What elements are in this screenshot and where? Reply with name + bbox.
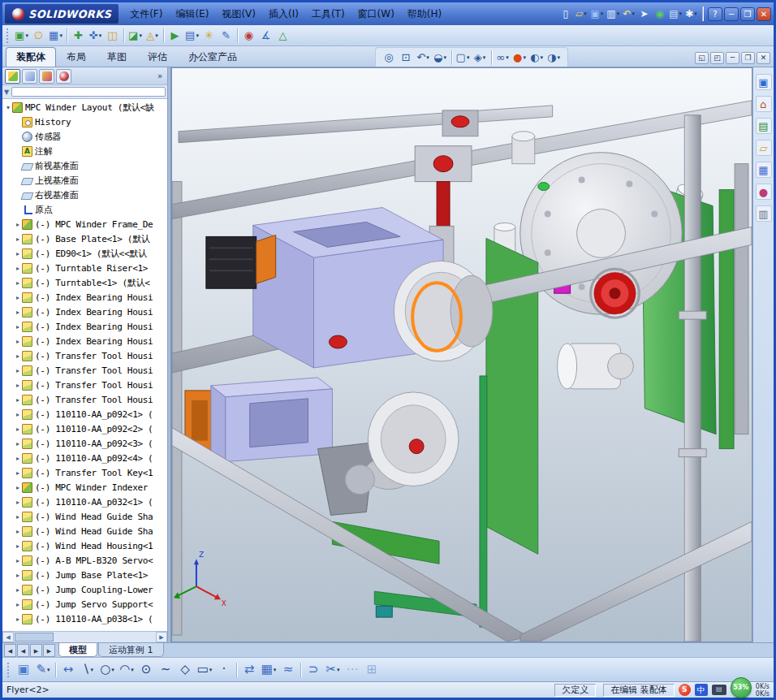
graphics-area[interactable]: Z X Y [171,67,752,642]
tree-item[interactable]: ▸(-) Jump Base Plate<1> [2,568,167,582]
expand-arrow-icon[interactable]: ▸ [14,382,22,389]
polygon-icon[interactable]: ◇ [175,660,195,680]
dropdown-caret[interactable]: ▾ [139,32,142,39]
toolbar-grip[interactable] [7,663,11,677]
rectangle-icon[interactable]: ▭▾ [195,660,214,680]
select-cursor-icon[interactable]: ➤ [636,6,652,22]
filter-funnel-icon[interactable]: ▼ [4,89,9,96]
dropdown-caret[interactable]: ▾ [557,54,560,61]
tab-办公室产品[interactable]: 办公室产品 [178,47,248,67]
tree-horizontal-scrollbar[interactable]: ◀ ▶ [2,631,167,642]
tree-item[interactable]: History [2,115,167,129]
expand-arrow-icon[interactable]: ▸ [14,294,22,301]
dropdown-caret[interactable]: ▾ [584,11,587,17]
menu-item[interactable]: 帮助(H) [401,6,448,23]
view-palette-icon[interactable]: ▦ [756,162,772,178]
menu-item[interactable]: 编辑(E) [169,6,215,23]
tab-评估[interactable]: 评估 [137,47,178,67]
dropdown-caret[interactable]: ▾ [617,11,620,17]
expand-arrow-icon[interactable]: ▸ [14,338,22,345]
appearances-icon[interactable]: ● [756,184,772,200]
expand-arrow-icon[interactable]: ▸ [14,426,22,433]
tree-item[interactable]: ▸(-) Index Bearing Housi [2,305,167,319]
tree-item[interactable]: 右视基准面 [2,188,167,202]
new-document-icon[interactable]: ▯ [558,6,573,22]
tree-item[interactable]: 上视基准面 [2,173,167,188]
expand-arrow-icon[interactable]: ▾ [4,104,12,111]
expand-arrow-icon[interactable]: ▸ [14,528,22,535]
assembly-features-icon[interactable]: ◪▾ [127,27,144,44]
reference-geometry-icon[interactable]: ◬▾ [144,27,161,44]
dropdown-caret[interactable]: ▾ [131,667,134,673]
tree-item[interactable]: ▸(-) Transfer Tool Key<1 [2,465,167,480]
dropdown-caret[interactable]: ▾ [337,667,340,673]
zoom-area-icon[interactable]: ⊡ [398,49,415,66]
tree-item[interactable]: ▸(-) Wind Head Housing<1 [2,538,167,553]
expand-arrow-icon[interactable]: ▸ [14,572,22,579]
expand-arrow-icon[interactable]: ▸ [14,542,22,550]
mirror-entities-icon[interactable]: ⇄ [239,660,259,680]
display-style-icon[interactable]: ◈▾ [472,49,489,66]
previous-window-button[interactable]: ◱ [695,52,709,64]
tab-草图[interactable]: 草图 [97,47,137,67]
show-hidden-components-icon[interactable]: ◫ [104,27,121,44]
tree-item[interactable]: 原点 [2,202,167,217]
prev-tab-button[interactable]: ◀ [17,644,29,657]
tree-item[interactable]: ▸(-) 110110-AA_p092<1> ( [2,407,167,421]
sogou-ime-icon[interactable]: S [679,684,691,696]
expand-arrow-icon[interactable]: ▸ [14,250,22,257]
expand-arrow-icon[interactable]: ▸ [14,279,22,287]
restore-doc-button[interactable]: ❐ [741,52,755,64]
arc-icon[interactable]: ◠▾ [117,660,136,680]
next-tab-button[interactable]: ▶ [30,644,42,657]
panel-overflow-button[interactable]: » [155,71,165,80]
expand-arrow-icon[interactable]: ▸ [14,484,22,491]
insert-component-icon[interactable]: ▣▾ [13,27,30,44]
restore-button[interactable]: ❐ [740,7,755,21]
hide-show-items-icon[interactable]: ∞▾ [494,49,511,66]
dropdown-caret[interactable]: ▾ [426,54,429,61]
3d-model-canvas[interactable]: Z X Y [172,68,752,642]
bill-of-materials-icon[interactable]: ▤▾ [183,27,200,44]
last-tab-button[interactable]: ▶ [43,644,55,657]
dropdown-caret[interactable]: ▾ [506,54,509,61]
smart-fasteners-icon[interactable]: ✚ [70,27,87,44]
tree-item[interactable]: ▸(-) Turntable Riser<1> [2,261,167,275]
expand-arrow-icon[interactable]: ▸ [14,586,22,594]
home-icon[interactable]: ⌂ [756,96,772,112]
tab-模型[interactable]: 模型 [58,643,97,657]
expand-arrow-icon[interactable]: ▸ [14,616,22,623]
move-component-icon[interactable]: ✜▾ [87,27,104,44]
dropdown-caret[interactable]: ▾ [601,11,604,17]
first-tab-button[interactable]: ◀ [4,644,16,657]
view-settings-icon[interactable]: ◑▾ [545,49,563,66]
dropdown-caret[interactable]: ▾ [694,11,697,17]
servo-motor[interactable] [206,235,276,288]
expand-arrow-icon[interactable]: ▸ [14,440,22,447]
grid-icon[interactable]: ⊞ [362,660,382,680]
dropdown-caret[interactable]: ▾ [111,667,114,673]
help-button[interactable]: ? [708,7,722,21]
interference-detection-icon[interactable]: ◉ [240,27,257,44]
options-icon[interactable]: ✱▾ [683,6,699,22]
tree-item[interactable]: ▸(-) Turntable<1> (默认< [2,275,167,290]
dropdown-caret[interactable]: ▾ [632,11,635,17]
expand-arrow-icon[interactable]: ▸ [14,367,22,374]
dropdown-caret[interactable]: ▾ [523,54,526,61]
expand-arrow-icon[interactable]: ▸ [14,469,22,477]
trim-entities-icon[interactable]: ✂▾ [323,660,343,680]
tree-filter-input[interactable] [11,87,166,97]
tree-item[interactable]: ▸(-) A-B MPL-B320 Servo< [2,553,167,568]
tab-布局[interactable]: 布局 [56,47,97,67]
undo-icon[interactable]: ↶▾ [621,6,636,22]
edit-appearance-icon[interactable]: ●▾ [511,49,528,66]
file-properties-icon[interactable]: ▤▾ [667,6,683,22]
tree-item[interactable]: ▾MPC Winder Layout (默认<缺 [2,100,167,115]
mate-icon[interactable]: ∅ [30,27,47,44]
new-motion-study-icon[interactable]: ▶ [166,27,183,44]
apply-scene-icon[interactable]: ◐▾ [528,49,545,66]
tree-item[interactable]: ▸(-) 110110-AA_p092<2> ( [2,421,167,436]
ime-language-indicator[interactable]: 中 [695,684,708,696]
tree-item[interactable]: ▸(-) Index Bearing Housi [2,319,167,334]
tree-item[interactable]: ▸(-) MPC Winder Frame_De [2,217,167,231]
